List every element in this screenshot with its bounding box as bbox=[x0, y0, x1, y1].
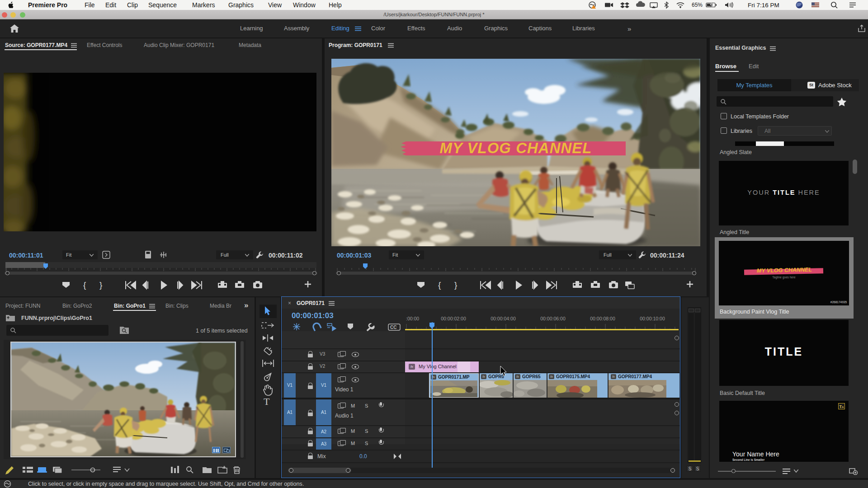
svg-text:00:00:08:00: 00:00:08:00 bbox=[590, 316, 615, 321]
svg-text:Fri 7:16 PM: Fri 7:16 PM bbox=[748, 2, 779, 9]
svg-text:{: { bbox=[438, 280, 441, 290]
svg-text:MY VLOG CHANNEL: MY VLOG CHANNEL bbox=[439, 140, 592, 156]
svg-text:{: { bbox=[83, 280, 86, 290]
svg-text:00:00:02:00: 00:00:02:00 bbox=[441, 316, 466, 321]
svg-text:00:00:04:00: 00:00:04:00 bbox=[491, 316, 516, 321]
svg-text:}: } bbox=[454, 280, 457, 290]
svg-text:00:00:10:00: 00:00:10:00 bbox=[640, 316, 665, 321]
svg-text:}: } bbox=[99, 280, 102, 290]
svg-text:00:00:06:00: 00:00:06:00 bbox=[540, 316, 566, 321]
svg-text::00:00: :00:00 bbox=[406, 316, 419, 321]
svg-text:CC: CC bbox=[390, 325, 396, 330]
svg-text:65%: 65% bbox=[692, 2, 703, 8]
